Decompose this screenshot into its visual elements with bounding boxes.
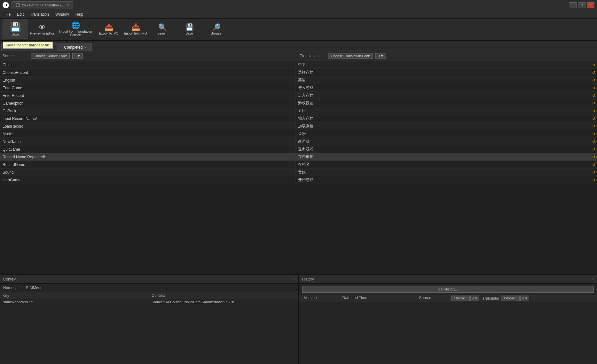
history-panel-title: History [302,277,314,281]
tab-completed-label: Completed [64,45,82,50]
table-row[interactable]: Music 音乐 ↺ [0,130,597,138]
table-row[interactable]: ChooseRecord 选择存档 ↺ [0,69,597,76]
hist-choose2-button[interactable]: Choose : [501,296,520,301]
toolbar-save2-button[interactable]: 💾 Save [177,20,202,39]
source-cell: ChooseRecord [0,69,295,76]
menu-edit[interactable]: Edit [14,12,27,17]
row-arrow: ↺ [591,153,597,161]
source-cell: NewGame [0,138,295,145]
source-cell: Gameoption [0,99,295,107]
table-row[interactable]: LoadRecord 加载存档 ↺ [0,123,597,130]
get-history-button[interactable]: Get History... [302,286,594,293]
table-row[interactable]: English 英语 ↺ [0,76,597,84]
source-cell: EnterRecord [0,92,295,99]
toolbar-export-po-button[interactable]: 📤 Export to .PO [96,20,122,39]
source-size-btn[interactable]: 9 ▼ [72,53,83,59]
source-font-button[interactable]: Choose Source Font: [31,53,70,59]
toolbar-import-po-button[interactable]: 📥 Import from .PO [123,20,148,39]
hist-datetime-header: Date and Time [340,295,417,302]
tab-close-icon[interactable]: × [67,4,69,7]
restore-button[interactable]: □ [578,2,585,8]
table-row[interactable]: Sound 音效 ↺ [0,169,597,176]
row-arrow: ↺ [591,130,597,138]
save2-label: Save [186,32,193,35]
row-arrow: ↺ [591,61,597,68]
translation-cell: 退出游戏 [295,146,591,153]
close-button[interactable]: × [587,2,594,8]
hist-choose-button[interactable]: Choose : [451,296,470,301]
table-row[interactable]: Gameoption 游戏设置 ↺ [0,99,597,107]
source-cell: Input Record Name! [0,115,295,122]
table-row[interactable]: QuitGame 退出游戏 ↺ [0,146,597,153]
tab-untranslated[interactable]: Untranslated [1,44,34,51]
import-service-label: Import from Translation Service [56,30,95,37]
hist-source-header: Source [417,295,449,302]
app-logo: U [3,2,9,8]
table-row[interactable]: RecordName 存档名 ↺ [0,161,597,169]
translation-size-arrow: ▼ [381,54,384,58]
source-cell: Record Name Repeated! [0,153,295,161]
main-content: Source Choose Source Font: 9 ▼ Translati… [0,51,597,364]
source-size-arrow: ▼ [77,54,81,58]
tab-review[interactable]: Review [35,44,58,51]
title-tab[interactable]: zh - Game - Translation E... × [12,1,73,9]
translation-cell: 选择存档 [295,69,591,76]
menu-translation[interactable]: Translation [27,12,52,17]
history-panel-close[interactable]: × [592,278,594,281]
search-icon: 🔍 [158,24,167,31]
toolbar-save-button[interactable]: 💾 Save Saves the translations to file [3,20,28,39]
context-panel-close[interactable]: × [293,278,295,281]
row-arrow: ↺ [591,115,597,122]
table-row[interactable]: Input Record Name! 输入存档 ↺ [0,115,597,123]
context-table-header: Key Context [0,292,298,299]
menu-help[interactable]: Help [72,12,87,17]
hist-choose2-size-btn[interactable]: 9 ▼ [520,296,529,301]
export-po-label: Export to .PO [99,32,118,35]
menu-file[interactable]: File [1,12,14,17]
row-arrow: ↺ [591,107,597,115]
translation-cell: 音乐 [295,130,591,138]
table-row[interactable]: EnterRecord 进入存档 ↺ [0,92,597,99]
tab-completed[interactable]: Completed × [59,44,92,51]
import-po-label: Import from .PO [124,32,147,35]
row-arrow: ↺ [591,176,597,184]
history-table-header: Version Date and Time Source Choose : 9 … [299,295,597,302]
translation-area: Source Choose Source Font: 9 ▼ Translati… [0,51,597,274]
menu-window[interactable]: Window [52,12,72,17]
table-row[interactable]: Chinese 中文 ↺ [0,61,597,69]
minimize-button[interactable]: ─ [569,2,577,8]
translation-font-button[interactable]: Choose Translation Font: [328,53,373,59]
context-panel: Context × Namespace: SIAiMenu Key Contex… [0,275,299,364]
table-row[interactable]: Record Name Repeated! 存档重复 ↺ [0,153,597,161]
translation-size-btn[interactable]: 9 ▼ [375,53,386,59]
table-row[interactable]: startGame 开始游戏 ↺ [0,176,597,184]
hist-choose-size-value: 9 [472,297,474,300]
tab-review-label: Review [40,45,52,50]
history-panel-header: History × [299,275,597,284]
source-cell: GoBack [0,107,295,115]
translation-cell: 游戏设置 [295,99,591,107]
hist-choose-size-btn[interactable]: 9 ▼ [470,296,479,301]
row-arrow: ↺ [591,169,597,176]
translation-cell: 加载存档 [295,123,591,130]
toolbar-search-button[interactable]: 🔍 Search [150,20,175,39]
source-header-label: Source [3,54,28,58]
translation-cell: 中文 [295,61,591,68]
toolbar-preview-button[interactable]: 👁 Preview in Editor [29,20,55,39]
browse-icon: 🔎 [212,24,221,31]
source-column-header: Source Choose Source Font: 9 ▼ [3,53,297,59]
translation-cell: 存档名 [295,161,591,168]
preview-icon: 👁 [39,24,46,31]
table-row[interactable]: NewGame 新游戏 ↺ [0,138,597,146]
tabs-bar: Untranslated Review Completed × [0,41,597,51]
table-row[interactable]: EnterGame 进入游戏 ↺ [0,84,597,92]
table-row[interactable]: GoBack 返回 ↺ [0,107,597,115]
translation-cell: 进入游戏 [295,84,591,91]
toolbar-import-service-button[interactable]: 🌐 Import from Translation Service [56,20,95,39]
toolbar-browse-button[interactable]: 🔎 Browse [203,20,229,39]
save-label: Save [12,33,19,36]
translation-cell: 返回 [295,107,591,115]
search-label: Search [157,32,168,35]
save2-icon: 💾 [185,24,194,31]
tab-completed-close[interactable]: × [84,46,86,49]
